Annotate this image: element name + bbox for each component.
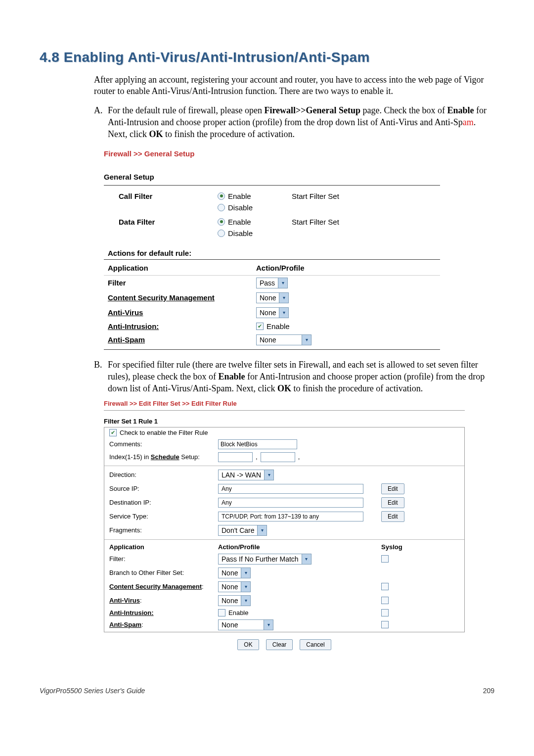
anti-virus-select[interactable]: None ▾ (256, 307, 289, 318)
anti-intrusion-link[interactable]: Anti-Intrusion: (108, 322, 256, 331)
chevron-down-icon: ▾ (241, 596, 250, 606)
bold-text: OK (277, 383, 291, 393)
anti-virus-link[interactable]: Anti-Virus (109, 597, 140, 604)
chevron-down-icon: ▾ (264, 620, 273, 630)
schedule-input-1[interactable] (218, 452, 253, 462)
bold-text: Firewall>>General Setup (264, 105, 360, 115)
hdr-application: Application (109, 543, 218, 551)
section-heading: 4.8 Enabling Anti-Virus/Anti-Intrusion/A… (40, 49, 494, 65)
start-filter-set-label: Start Filter Set (292, 218, 391, 226)
hdr-action-profile: Action/Profile (218, 543, 381, 551)
data-filter-enable-radio[interactable] (218, 218, 225, 226)
general-setup-panel: Firewall >> General Setup General Setup … (104, 149, 440, 350)
data-filter-disable-radio[interactable] (218, 230, 225, 237)
chevron-down-icon: ▾ (279, 308, 288, 318)
red-text: am (463, 117, 474, 127)
radio-label: Enable (228, 192, 251, 200)
edit-filter-rule-panel: Firewall >> Edit Filter Set >> Edit Filt… (104, 400, 465, 652)
schedule-suffix: Setup: (179, 453, 200, 461)
text: page. Check the box of (360, 105, 447, 115)
filter-action-select[interactable]: Pass If No Further Match ▾ (218, 554, 312, 565)
syslog-checkbox[interactable] (381, 597, 389, 604)
clear-button[interactable]: Clear (266, 639, 293, 650)
list-marker-a: A. (94, 104, 108, 141)
anti-virus-link[interactable]: Anti-Virus (108, 308, 256, 317)
radio-label: Disable (228, 229, 253, 237)
csm-link[interactable]: Content Security Management (109, 583, 202, 590)
select-value: None (219, 621, 264, 629)
anti-virus-select[interactable]: None ▾ (218, 595, 251, 606)
rule-title: Filter Set 1 Rule 1 (104, 418, 465, 425)
select-value: None (219, 583, 241, 591)
direction-label: Direction: (109, 471, 218, 478)
bold-text: OK (149, 129, 163, 139)
ok-button[interactable]: OK (237, 639, 259, 650)
chevron-down-icon: ▾ (278, 278, 287, 288)
bold-text: Enable (218, 372, 245, 381)
syslog-checkbox[interactable] (381, 609, 389, 616)
select-value: None (257, 294, 279, 302)
service-type-field: TCP/UDP, Port: from 137~139 to any (218, 512, 363, 521)
data-filter-label: Data Filter (119, 218, 218, 226)
select-value: None (257, 336, 302, 344)
row-filter-label: Filter (108, 279, 256, 287)
source-ip-label: Source IP: (109, 485, 218, 492)
edit-service-button[interactable]: Edit (381, 511, 404, 522)
panel-title: General Setup (104, 173, 440, 181)
text: to finish the procedure of activation. (163, 129, 295, 139)
checkbox-label: Enable (228, 609, 248, 616)
csm-select[interactable]: None ▾ (256, 292, 289, 303)
anti-spam-link[interactable]: Anti-Spam (109, 621, 141, 628)
syslog-checkbox[interactable] (381, 555, 389, 563)
syslog-checkbox[interactable] (381, 583, 389, 590)
enable-rule-label: Check to enable the Filter Rule (120, 429, 208, 436)
filter-select[interactable]: Pass ▾ (256, 278, 288, 288)
cancel-button[interactable]: Cancel (300, 639, 331, 650)
select-value: Don't Care (219, 526, 257, 534)
breadcrumb: Firewall >> Edit Filter Set >> Edit Filt… (104, 400, 465, 407)
anti-spam-link[interactable]: Anti-Spam (108, 335, 256, 344)
edit-source-button[interactable]: Edit (381, 483, 404, 494)
breadcrumb: Firewall >> General Setup (104, 149, 440, 158)
bold-text: Enable (447, 105, 474, 115)
direction-select[interactable]: LAN -> WAN ▾ (218, 470, 274, 480)
call-filter-enable-radio[interactable] (218, 192, 225, 200)
chevron-down-icon: ▾ (257, 525, 267, 535)
anti-intrusion-checkbox[interactable] (256, 323, 264, 330)
enable-rule-checkbox[interactable] (109, 429, 117, 436)
anti-spam-select[interactable]: None ▾ (218, 619, 273, 630)
anti-intrusion-enable-checkbox[interactable] (218, 609, 225, 616)
call-filter-disable-radio[interactable] (218, 204, 225, 211)
schedule-link[interactable]: Schedule (151, 453, 179, 461)
col-application: Application (108, 264, 256, 272)
csm-select[interactable]: None ▾ (218, 581, 251, 592)
intro-paragraph: After applying an account, registering y… (40, 74, 494, 97)
list-item-a: A. For the default rule of firewall, ple… (94, 104, 494, 141)
schedule-label: Index(1-15) in (109, 453, 151, 461)
service-type-label: Service Type: (109, 513, 218, 520)
csm-link[interactable]: Content Security Management (108, 293, 256, 302)
fragments-label: Fragments: (109, 526, 218, 534)
syslog-checkbox[interactable] (381, 621, 389, 628)
chevron-down-icon: ▾ (241, 582, 250, 592)
branch-select[interactable]: None ▾ (218, 567, 251, 578)
anti-intrusion-link[interactable]: Anti-Intrusion: (109, 609, 154, 616)
start-filter-set-label: Start Filter Set (292, 192, 391, 200)
radio-label: Disable (228, 203, 253, 212)
page-number: 209 (483, 687, 494, 695)
footer-guide-title: VigorPro5500 Series User's Guide (40, 687, 145, 695)
col-action-profile: Action/Profile (256, 264, 355, 272)
row-filter-label: Filter: (109, 555, 218, 563)
text: For the default rule of firewall, please… (108, 105, 264, 115)
comments-input[interactable]: Block NetBios (218, 439, 297, 449)
select-value: Pass If No Further Match (219, 555, 302, 563)
list-item-b: B. For specified filter rule (there are … (94, 359, 494, 395)
chevron-down-icon: ▾ (302, 554, 311, 564)
schedule-input-2[interactable] (261, 452, 295, 462)
comments-label: Comments: (109, 440, 218, 448)
anti-spam-select[interactable]: None ▾ (256, 334, 312, 345)
row-branch-label: Branch to Other Filter Set: (109, 569, 218, 576)
fragments-select[interactable]: Don't Care ▾ (218, 525, 267, 536)
source-ip-field: Any (218, 484, 363, 494)
edit-dest-button[interactable]: Edit (381, 497, 404, 508)
